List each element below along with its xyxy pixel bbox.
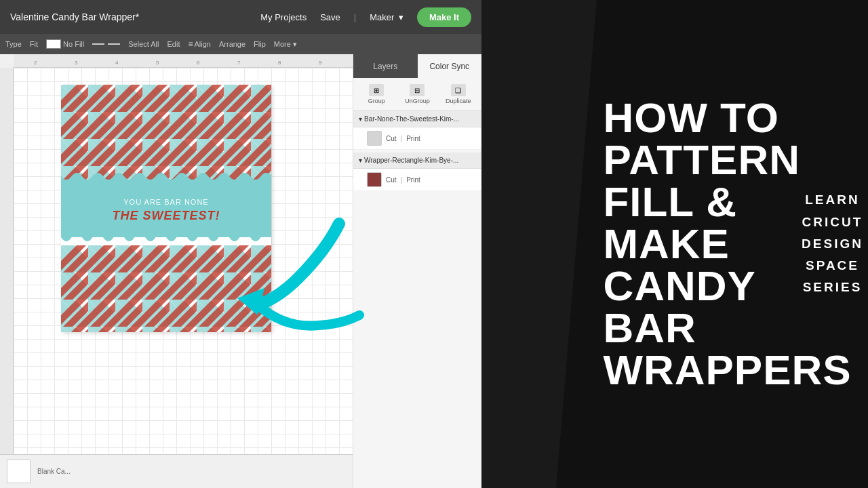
save-button[interactable]: Save: [320, 12, 340, 22]
layer-item-1[interactable]: Cut | Print: [353, 127, 481, 150]
layer-action-2-print[interactable]: Print: [406, 176, 420, 184]
chevron-down-icon: ▾: [399, 12, 403, 22]
scallop-divider: [61, 237, 271, 245]
layer-action-1-print[interactable]: Print: [406, 135, 420, 142]
layer-group-1: ▾ Bar-None-The-Sweetest-Kim-... Cut | Pr…: [353, 111, 481, 150]
layer-color-2: [367, 172, 382, 187]
project-title: Valentine Candy Bar Wrapper*: [10, 12, 247, 22]
plaid-top: [61, 85, 271, 183]
layer-group-2: ▾ Wrapper-Rectangle-Kim-Bye-... Cut | Pr…: [353, 152, 481, 191]
design-space-panel: Valentine Candy Bar Wrapper* My Projects…: [0, 0, 481, 488]
layer-color-1: [367, 131, 382, 146]
teal-section: YOU ARE BAR NONE THE SWEETEST!: [61, 183, 271, 237]
machine-selector[interactable]: Maker ▾: [370, 12, 403, 22]
expand-icon-2: ▾: [359, 157, 362, 164]
layer-group-1-name: Bar-None-The-Sweetest-Kim-...: [364, 115, 476, 123]
make-it-button[interactable]: Make It: [417, 7, 471, 27]
sidebar-tools: ⊞ Group ⊟ UnGroup ❑ Duplicate: [353, 78, 481, 111]
arrange-tool[interactable]: Arrange: [219, 40, 245, 48]
select-all-button[interactable]: Select All: [128, 40, 159, 48]
flip-tool[interactable]: Flip: [254, 40, 266, 48]
align-tool[interactable]: ≡ Align: [188, 39, 210, 49]
plaid-bottom: [61, 245, 271, 332]
line-tool[interactable]: [92, 43, 120, 45]
machine-label: Maker: [370, 12, 394, 22]
layer-separator-1: |: [401, 135, 403, 142]
type-tool[interactable]: Type: [5, 40, 22, 48]
tutorial-panel: LEARN CRICUT DESIGN SPACE SERIES HOW TO …: [481, 0, 868, 488]
tab-layers[interactable]: Layers: [353, 54, 418, 78]
layer-separator-2: |: [401, 176, 403, 184]
layer-item-2[interactable]: Cut | Print: [353, 169, 481, 191]
top-bar: Valentine Candy Bar Wrapper* My Projects…: [0, 0, 481, 34]
learn-text-section: LEARN CRICUT DESIGN SPACE SERIES: [787, 0, 868, 488]
svg-rect-8: [61, 245, 271, 332]
tab-color-sync[interactable]: Color Sync: [418, 54, 482, 78]
ungroup-button[interactable]: ⊟ UnGroup: [398, 82, 436, 106]
sidebar-tab-bar: Layers Color Sync: [353, 54, 481, 78]
blank-canvas-label: Blank Ca...: [37, 468, 71, 475]
no-fill-tool[interactable]: No Fill: [46, 39, 84, 49]
my-projects-link[interactable]: My Projects: [260, 12, 307, 22]
wrapper-text-bottom: THE SWEETEST!: [112, 209, 220, 223]
svg-rect-7: [61, 85, 271, 183]
layer-action-2-cut[interactable]: Cut: [386, 176, 397, 184]
layer-group-1-header[interactable]: ▾ Bar-None-The-Sweetest-Kim-...: [353, 111, 481, 127]
ruler-left: [0, 68, 14, 454]
more-button[interactable]: More ▾: [274, 40, 297, 49]
layer-group-2-name: Wrapper-Rectangle-Kim-Bye-...: [364, 157, 476, 164]
edit-toolbar: Type Fit No Fill Select All Edit ≡ Align…: [0, 34, 481, 54]
layer-list: ▾ Bar-None-The-Sweetest-Kim-... Cut | Pr…: [353, 111, 481, 488]
duplicate-button[interactable]: ❑ Duplicate: [439, 82, 477, 106]
wrapper-text-top: YOU ARE BAR NONE: [123, 198, 208, 206]
blank-canvas-item[interactable]: [7, 460, 31, 483]
layers-sidebar: Layers Color Sync ⊞ Group ⊟ UnGroup ❑: [353, 54, 481, 488]
group-button[interactable]: ⊞ Group: [357, 82, 395, 106]
edit-button[interactable]: Edit: [167, 40, 180, 48]
learn-text: LEARN CRICUT DESIGN SPACE SERIES: [802, 189, 863, 298]
layer-action-1-cut[interactable]: Cut: [386, 135, 397, 142]
nav-divider: |: [354, 12, 356, 22]
candy-wrapper[interactable]: YOU ARE BAR NONE THE SWEETEST!: [61, 85, 271, 332]
fit-tool[interactable]: Fit: [30, 40, 38, 48]
layer-group-2-header[interactable]: ▾ Wrapper-Rectangle-Kim-Bye-...: [353, 152, 481, 169]
expand-icon-1: ▾: [359, 115, 362, 123]
